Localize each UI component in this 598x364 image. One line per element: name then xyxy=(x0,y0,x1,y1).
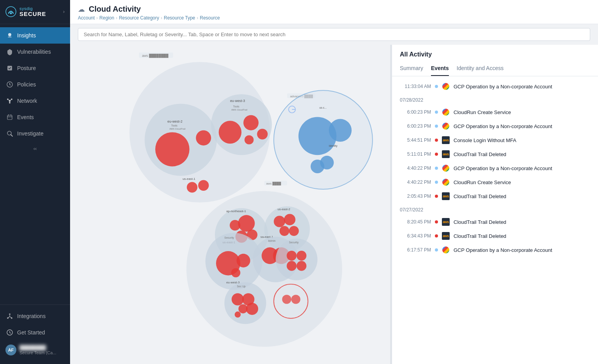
network-icon xyxy=(6,97,13,104)
activity-tabs: Summary Events Identity and Access xyxy=(400,63,590,76)
activity-item[interactable]: 4:40:22 PM CloudRun Create Service xyxy=(392,175,598,189)
sidebar-collapse-icon[interactable]: › xyxy=(63,9,65,14)
svg-point-61 xyxy=(289,226,299,236)
breadcrumb-resource-type[interactable]: Resource Type xyxy=(164,15,195,21)
tab-identity-access[interactable]: Identity and Access xyxy=(457,63,504,76)
aws-icon: aws xyxy=(442,232,450,240)
activity-item[interactable]: 8:20:45 PM aws CloudTrail Trail Deleted xyxy=(392,215,598,229)
sidebar-item-vulnerabilities[interactable]: Vulnerabilities xyxy=(0,44,70,60)
svg-point-76 xyxy=(297,251,306,260)
activity-item[interactable]: 4:40:22 PM GCP Operation by a Non-corpor… xyxy=(392,161,598,175)
severity-indicator xyxy=(435,181,438,184)
svg-text:Tools: Tools xyxy=(171,124,178,127)
svg-point-24 xyxy=(196,130,211,146)
svg-point-75 xyxy=(287,251,296,260)
sidebar-item-integrations[interactable]: Integrations xyxy=(0,308,70,324)
breadcrumb-region[interactable]: Region xyxy=(99,15,114,21)
svg-point-2 xyxy=(8,33,11,36)
breadcrumb-resource[interactable]: Resource xyxy=(200,15,220,21)
svg-text:eu-west-3: eu-west-3 xyxy=(226,281,239,284)
activity-time: 6:17:57 PM xyxy=(400,247,431,253)
svg-text:Admin: Admin xyxy=(268,239,276,242)
insights-icon xyxy=(6,32,13,39)
activity-item[interactable]: 5:44:51 PM aws Console Login Without MFA xyxy=(392,133,598,147)
svg-point-43 xyxy=(329,119,352,142)
activity-event-label: GCP Operation by a Non-corporate Account xyxy=(454,123,590,129)
header-top: ☁ Cloud Activity xyxy=(78,5,590,14)
sysdig-logo-icon xyxy=(5,6,16,17)
activity-item[interactable]: 6:00:23 PM GCP Operation by a Non-corpor… xyxy=(392,119,598,133)
activity-header: All Activity Summary Events Identity and… xyxy=(392,45,598,76)
sidebar-item-policies[interactable]: Policies xyxy=(0,76,70,93)
visualization-area: aws ████████ eu-west-2 Tools AWS CloudTr… xyxy=(70,45,390,364)
severity-indicator xyxy=(435,195,438,198)
activity-item[interactable]: 5:11:01 PM aws CloudTrail Trail Deleted xyxy=(392,147,598,161)
activity-list: 11:33:04 AM GCP Operation by a Non-corpo… xyxy=(392,76,598,364)
svg-point-58 xyxy=(274,216,285,227)
svg-point-89 xyxy=(291,295,300,304)
user-area[interactable]: AF ████████ Secure Team (Ca... xyxy=(0,341,70,359)
activity-event-label: CloudTrail Trail Deleted xyxy=(454,219,590,225)
activity-event-label: GCP Operation by a Non-corporate Account xyxy=(454,84,590,90)
svg-text:aws ████████: aws ████████ xyxy=(142,54,169,58)
activity-panel: All Activity Summary Events Identity and… xyxy=(392,45,598,364)
activity-event-label: GCP Operation by a Non-corporate Account xyxy=(454,247,590,253)
activity-event-label: CloudTrail Trail Deleted xyxy=(454,233,590,239)
sidebar-item-events[interactable]: Events xyxy=(0,109,70,125)
svg-text:Security: Security xyxy=(224,236,234,239)
activity-event-label: CloudRun Create Service xyxy=(454,109,590,115)
sidebar-label-network: Network xyxy=(17,98,37,104)
svg-line-14 xyxy=(11,135,12,136)
activity-time: 6:34:43 PM xyxy=(400,233,431,239)
sidebar-item-get-started[interactable]: Get Started xyxy=(0,324,70,341)
aws-icon: aws xyxy=(442,150,450,158)
activity-time: 6:00:23 PM xyxy=(400,123,431,129)
sidebar-item-investigate[interactable]: Investigate xyxy=(0,125,70,142)
severity-indicator xyxy=(435,111,438,114)
severity-indicator xyxy=(435,85,438,88)
svg-point-77 xyxy=(287,261,296,271)
tab-events[interactable]: Events xyxy=(431,63,449,76)
activity-time: 4:40:22 PM xyxy=(400,179,431,185)
bubble-chart[interactable]: aws ████████ eu-west-2 Tools AWS CloudTr… xyxy=(74,49,386,360)
activity-event-label: CloudTrail Trail Deleted xyxy=(454,193,590,199)
svg-text:us-c...: us-c... xyxy=(319,106,327,109)
activity-item[interactable]: 11:33:04 AM GCP Operation by a Non-corpo… xyxy=(392,79,598,93)
search-input[interactable] xyxy=(78,28,590,41)
tab-summary[interactable]: Summary xyxy=(400,63,423,76)
events-icon xyxy=(6,114,13,121)
gcp-icon xyxy=(442,83,450,90)
svg-rect-12 xyxy=(7,115,12,120)
svg-point-67 xyxy=(231,268,240,277)
severity-indicator xyxy=(435,125,438,128)
svg-text:eu-west-2: eu-west-2 xyxy=(167,120,183,123)
sidebar-item-posture[interactable]: Posture xyxy=(0,60,70,76)
activity-item[interactable]: 2:05:43 PM aws CloudTrail Trail Deleted xyxy=(392,189,598,203)
severity-indicator xyxy=(435,248,438,251)
svg-point-78 xyxy=(297,261,306,271)
logo-brand-bottom: SECURE xyxy=(19,11,46,18)
logo-text: sysdig SECURE xyxy=(19,6,46,18)
user-info: ████████ Secure Team (Ca... xyxy=(19,345,56,355)
gcp-icon xyxy=(442,108,450,116)
sidebar-item-insights[interactable]: Insights xyxy=(0,27,70,44)
sidebar-item-network[interactable]: Network xyxy=(0,93,70,109)
cloud-icon: ☁ xyxy=(78,5,85,14)
integrations-label: Integrations xyxy=(17,313,46,319)
svg-text:AWS CloudTrail: AWS CloudTrail xyxy=(169,128,185,130)
breadcrumb-resource-category[interactable]: Resource Category xyxy=(119,15,159,21)
activity-time: 6:00:23 PM xyxy=(400,109,431,115)
svg-text:ap-northeast-1: ap-northeast-1 xyxy=(226,209,246,213)
svg-text:AWS CloudTrail: AWS CloudTrail xyxy=(231,109,247,111)
activity-time: 11:33:04 AM xyxy=(400,84,431,89)
breadcrumb-account[interactable]: Account xyxy=(78,15,95,21)
activity-item[interactable]: 6:17:57 PM GCP Operation by a Non-corpor… xyxy=(392,243,598,257)
sidebar-collapse-button[interactable]: ‹‹ xyxy=(0,142,70,155)
activity-item[interactable]: 6:00:23 PM CloudRun Create Service xyxy=(392,105,598,119)
activity-panel-title: All Activity xyxy=(400,51,590,58)
activity-item[interactable]: 6:34:43 PM aws CloudTrail Trail Deleted xyxy=(392,229,598,243)
gcp-icon xyxy=(442,246,450,254)
main-content: ☁ Cloud Activity Account › Region › Reso… xyxy=(70,0,598,364)
activity-event-label: GCP Operation by a Non-corporate Account xyxy=(454,165,590,171)
svg-point-30 xyxy=(243,115,259,130)
